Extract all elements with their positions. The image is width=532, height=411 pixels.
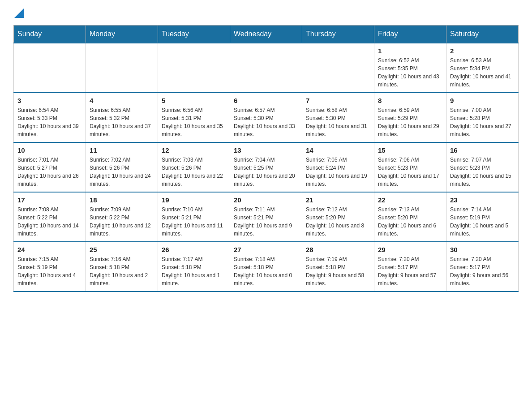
day-number: 17 <box>17 196 82 204</box>
day-number: 1 <box>378 47 442 55</box>
day-info: Sunrise: 6:59 AM Sunset: 5:29 PM Dayligh… <box>378 106 442 138</box>
day-info: Sunrise: 6:54 AM Sunset: 5:33 PM Dayligh… <box>17 106 82 138</box>
weekday-header-saturday: Saturday <box>446 26 519 43</box>
day-number: 26 <box>162 246 226 253</box>
day-number: 16 <box>450 146 515 154</box>
logo <box>13 9 24 16</box>
day-info: Sunrise: 7:11 AM Sunset: 5:21 PM Dayligh… <box>234 206 298 238</box>
day-info: Sunrise: 7:01 AM Sunset: 5:27 PM Dayligh… <box>17 156 82 188</box>
day-number: 27 <box>234 246 298 253</box>
page-header <box>13 9 519 16</box>
calendar-cell: 30Sunrise: 7:20 AM Sunset: 5:17 PM Dayli… <box>446 242 519 291</box>
day-number: 23 <box>450 196 515 204</box>
day-number: 5 <box>162 97 226 104</box>
calendar-cell: 29Sunrise: 7:20 AM Sunset: 5:17 PM Dayli… <box>374 242 446 291</box>
calendar-cell: 5Sunrise: 6:56 AM Sunset: 5:31 PM Daylig… <box>158 93 230 142</box>
day-info: Sunrise: 7:08 AM Sunset: 5:22 PM Dayligh… <box>17 206 82 238</box>
calendar-cell: 17Sunrise: 7:08 AM Sunset: 5:22 PM Dayli… <box>14 192 86 242</box>
calendar-cell: 23Sunrise: 7:14 AM Sunset: 5:19 PM Dayli… <box>446 192 519 242</box>
day-info: Sunrise: 7:19 AM Sunset: 5:18 PM Dayligh… <box>306 255 370 287</box>
weekday-header-tuesday: Tuesday <box>158 26 230 43</box>
weekday-header-monday: Monday <box>86 26 158 43</box>
day-info: Sunrise: 7:07 AM Sunset: 5:23 PM Dayligh… <box>450 156 515 188</box>
calendar-cell: 19Sunrise: 7:10 AM Sunset: 5:21 PM Dayli… <box>158 192 230 242</box>
day-number: 15 <box>378 146 442 154</box>
calendar-cell: 21Sunrise: 7:12 AM Sunset: 5:20 PM Dayli… <box>302 192 374 242</box>
day-number: 29 <box>378 246 442 253</box>
calendar-cell: 28Sunrise: 7:19 AM Sunset: 5:18 PM Dayli… <box>302 242 374 291</box>
day-info: Sunrise: 6:53 AM Sunset: 5:34 PM Dayligh… <box>450 56 515 89</box>
day-number: 4 <box>90 97 154 104</box>
day-info: Sunrise: 6:57 AM Sunset: 5:30 PM Dayligh… <box>234 106 298 138</box>
calendar-cell: 25Sunrise: 7:16 AM Sunset: 5:18 PM Dayli… <box>86 242 158 291</box>
calendar-cell: 12Sunrise: 7:03 AM Sunset: 5:26 PM Dayli… <box>158 142 230 192</box>
svg-marker-0 <box>14 8 24 18</box>
day-number: 19 <box>162 196 226 204</box>
day-info: Sunrise: 6:58 AM Sunset: 5:30 PM Dayligh… <box>306 106 370 138</box>
calendar-cell: 15Sunrise: 7:06 AM Sunset: 5:23 PM Dayli… <box>374 142 446 192</box>
day-number: 12 <box>162 146 226 154</box>
calendar-cell: 3Sunrise: 6:54 AM Sunset: 5:33 PM Daylig… <box>14 93 86 142</box>
day-number: 14 <box>306 146 370 154</box>
day-info: Sunrise: 7:06 AM Sunset: 5:23 PM Dayligh… <box>378 156 442 188</box>
day-info: Sunrise: 7:16 AM Sunset: 5:18 PM Dayligh… <box>90 255 154 287</box>
day-info: Sunrise: 6:55 AM Sunset: 5:32 PM Dayligh… <box>90 106 154 138</box>
day-info: Sunrise: 7:15 AM Sunset: 5:19 PM Dayligh… <box>17 255 82 287</box>
calendar-cell: 27Sunrise: 7:18 AM Sunset: 5:18 PM Dayli… <box>230 242 302 291</box>
day-number: 24 <box>17 246 82 253</box>
calendar-table: SundayMondayTuesdayWednesdayThursdayFrid… <box>13 25 519 292</box>
calendar-cell <box>230 43 302 93</box>
calendar-cell: 26Sunrise: 7:17 AM Sunset: 5:18 PM Dayli… <box>158 242 230 291</box>
day-info: Sunrise: 6:56 AM Sunset: 5:31 PM Dayligh… <box>162 106 226 138</box>
day-number: 22 <box>378 196 442 204</box>
calendar-cell: 2Sunrise: 6:53 AM Sunset: 5:34 PM Daylig… <box>446 43 519 93</box>
calendar-cell: 22Sunrise: 7:13 AM Sunset: 5:20 PM Dayli… <box>374 192 446 242</box>
day-info: Sunrise: 7:03 AM Sunset: 5:26 PM Dayligh… <box>162 156 226 188</box>
calendar-cell: 9Sunrise: 7:00 AM Sunset: 5:28 PM Daylig… <box>446 93 519 142</box>
calendar-header: SundayMondayTuesdayWednesdayThursdayFrid… <box>14 26 519 43</box>
day-number: 18 <box>90 196 154 204</box>
logo-triangle-icon <box>14 8 24 18</box>
day-info: Sunrise: 7:17 AM Sunset: 5:18 PM Dayligh… <box>162 255 226 287</box>
day-number: 7 <box>306 97 370 104</box>
weekday-header-wednesday: Wednesday <box>230 26 302 43</box>
calendar-cell: 10Sunrise: 7:01 AM Sunset: 5:27 PM Dayli… <box>14 142 86 192</box>
calendar-body: 1Sunrise: 6:52 AM Sunset: 5:35 PM Daylig… <box>14 43 519 291</box>
calendar-week-3: 10Sunrise: 7:01 AM Sunset: 5:27 PM Dayli… <box>14 142 519 192</box>
day-number: 8 <box>378 97 442 104</box>
day-number: 2 <box>450 47 515 55</box>
calendar-week-5: 24Sunrise: 7:15 AM Sunset: 5:19 PM Dayli… <box>14 242 519 291</box>
calendar-cell: 11Sunrise: 7:02 AM Sunset: 5:26 PM Dayli… <box>86 142 158 192</box>
calendar-cell <box>302 43 374 93</box>
weekday-header-thursday: Thursday <box>302 26 374 43</box>
day-info: Sunrise: 7:14 AM Sunset: 5:19 PM Dayligh… <box>450 206 515 238</box>
weekday-header-friday: Friday <box>374 26 446 43</box>
day-info: Sunrise: 7:10 AM Sunset: 5:21 PM Dayligh… <box>162 206 226 238</box>
calendar-cell: 6Sunrise: 6:57 AM Sunset: 5:30 PM Daylig… <box>230 93 302 142</box>
calendar-cell: 8Sunrise: 6:59 AM Sunset: 5:29 PM Daylig… <box>374 93 446 142</box>
calendar-cell: 4Sunrise: 6:55 AM Sunset: 5:32 PM Daylig… <box>86 93 158 142</box>
day-number: 3 <box>17 97 82 104</box>
day-info: Sunrise: 7:13 AM Sunset: 5:20 PM Dayligh… <box>378 206 442 238</box>
day-number: 30 <box>450 246 515 253</box>
calendar-cell: 14Sunrise: 7:05 AM Sunset: 5:24 PM Dayli… <box>302 142 374 192</box>
day-info: Sunrise: 7:04 AM Sunset: 5:25 PM Dayligh… <box>234 156 298 188</box>
weekday-header-row: SundayMondayTuesdayWednesdayThursdayFrid… <box>14 26 519 43</box>
day-number: 11 <box>90 146 154 154</box>
calendar-cell <box>86 43 158 93</box>
day-info: Sunrise: 7:05 AM Sunset: 5:24 PM Dayligh… <box>306 156 370 188</box>
day-number: 20 <box>234 196 298 204</box>
calendar-week-2: 3Sunrise: 6:54 AM Sunset: 5:33 PM Daylig… <box>14 93 519 142</box>
day-number: 28 <box>306 246 370 253</box>
day-info: Sunrise: 7:12 AM Sunset: 5:20 PM Dayligh… <box>306 206 370 238</box>
calendar-cell: 16Sunrise: 7:07 AM Sunset: 5:23 PM Dayli… <box>446 142 519 192</box>
day-info: Sunrise: 7:18 AM Sunset: 5:18 PM Dayligh… <box>234 255 298 287</box>
day-info: Sunrise: 7:09 AM Sunset: 5:22 PM Dayligh… <box>90 206 154 238</box>
calendar-cell: 20Sunrise: 7:11 AM Sunset: 5:21 PM Dayli… <box>230 192 302 242</box>
weekday-header-sunday: Sunday <box>14 26 86 43</box>
day-number: 25 <box>90 246 154 253</box>
calendar-cell: 7Sunrise: 6:58 AM Sunset: 5:30 PM Daylig… <box>302 93 374 142</box>
day-number: 21 <box>306 196 370 204</box>
day-number: 10 <box>17 146 82 154</box>
calendar-week-4: 17Sunrise: 7:08 AM Sunset: 5:22 PM Dayli… <box>14 192 519 242</box>
